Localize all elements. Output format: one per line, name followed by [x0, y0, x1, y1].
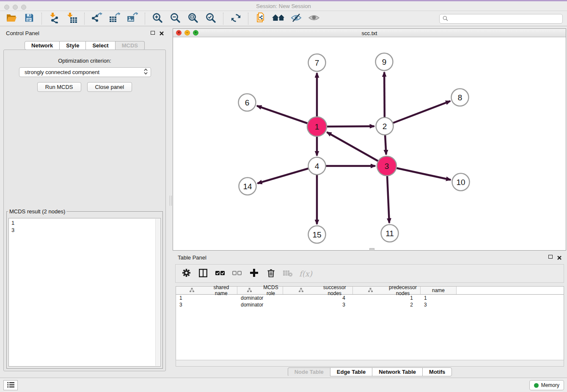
search-icon: [443, 15, 448, 23]
float-panel-icon[interactable]: [151, 31, 155, 35]
apply-layout-button[interactable]: [228, 12, 243, 25]
table-tab-node-table[interactable]: Node Table: [288, 367, 330, 376]
table-tab-motifs[interactable]: Motifs: [422, 367, 452, 376]
column-header-MCDS-role[interactable]: MCDS role: [237, 287, 283, 294]
panel-splitter[interactable]: [169, 26, 173, 378]
close-table-panel-icon[interactable]: [557, 254, 562, 259]
table-row[interactable]: 3dominator323: [176, 301, 564, 308]
save-session-button[interactable]: [22, 12, 36, 25]
window-title: Session: New Session: [0, 3, 567, 9]
window-controls[interactable]: [4, 5, 26, 10]
column-header-predecessor-nodes[interactable]: predecessor nodes: [353, 287, 421, 294]
column-header-name[interactable]: name: [421, 287, 457, 294]
search-input[interactable]: [450, 16, 562, 22]
plus-icon: [250, 269, 258, 278]
export-network-icon: [91, 12, 102, 25]
tab-select[interactable]: Select: [85, 41, 115, 50]
import-network-button[interactable]: [47, 12, 61, 25]
zoom-in-button[interactable]: [150, 12, 165, 25]
graph-node-4[interactable]: 4: [308, 157, 326, 175]
graph-node-14[interactable]: 14: [239, 178, 256, 195]
function-builder-icon[interactable]: f(x): [299, 269, 312, 278]
tab-style[interactable]: Style: [59, 41, 86, 50]
new-network-from-selection-button[interactable]: [253, 12, 268, 25]
close-window-button[interactable]: [4, 5, 9, 10]
svg-text:3: 3: [385, 162, 389, 171]
tree-icon: [178, 287, 206, 293]
float-table-panel-icon[interactable]: [548, 255, 553, 259]
graph-node-15[interactable]: 15: [308, 226, 326, 243]
graph-node-3[interactable]: 3: [377, 156, 396, 176]
graph-edge-3-1[interactable]: [327, 132, 387, 166]
graph-node-11[interactable]: 11: [381, 225, 399, 242]
table-row[interactable]: 1dominator411: [176, 295, 564, 301]
network-window-title: scc.txt: [173, 30, 566, 36]
create-column-button[interactable]: [248, 267, 259, 280]
task-history-button[interactable]: [3, 380, 18, 390]
table-settings-button[interactable]: [181, 267, 192, 280]
tab-mcds[interactable]: MCDS: [115, 41, 145, 50]
right-column: ✕ − + scc.txt 7968124314101511 Table Pan…: [173, 26, 567, 378]
minimize-window-button[interactable]: [13, 5, 18, 10]
delete-column-button[interactable]: [265, 267, 276, 280]
tab-network[interactable]: Network: [25, 41, 60, 50]
floppy-disk-icon: [24, 13, 34, 24]
graph-node-7[interactable]: 7: [308, 54, 326, 72]
graph-node-1[interactable]: 1: [307, 117, 327, 136]
zoom-selected-button[interactable]: [204, 12, 218, 25]
close-panel-button[interactable]: Close panel: [87, 82, 132, 92]
run-mcds-button[interactable]: Run MCDS: [37, 82, 81, 92]
column-header-successor-nodes[interactable]: successor nodes: [283, 287, 353, 294]
show-all-button[interactable]: [307, 12, 321, 25]
unselect-all-columns-button[interactable]: [231, 267, 242, 280]
zoom-window-button[interactable]: [21, 5, 26, 10]
svg-text:1: 1: [315, 122, 319, 131]
network-window: ✕ − + scc.txt 7968124314101511: [173, 28, 566, 251]
network-graph[interactable]: 7968124314101511: [173, 37, 566, 250]
svg-text:14: 14: [243, 182, 252, 191]
memory-status-dot: [534, 383, 539, 388]
graph-node-9[interactable]: 9: [376, 53, 393, 71]
graph-edge-2-8[interactable]: [385, 101, 450, 126]
table-toolbar: f(x): [175, 264, 564, 283]
graph-node-8[interactable]: 8: [451, 89, 469, 106]
delete-table-button[interactable]: [282, 267, 293, 280]
splitter-grip[interactable]: [170, 196, 172, 206]
home-button[interactable]: [271, 12, 286, 25]
table-cell: 1: [353, 295, 421, 301]
svg-text:7: 7: [315, 58, 319, 67]
column-header-shared-name[interactable]: shared name: [176, 287, 237, 294]
criterion-select[interactable]: strongly connected component: [19, 67, 151, 77]
zoom-out-button[interactable]: [168, 12, 182, 25]
close-panel-icon[interactable]: [159, 30, 164, 35]
network-resize-grip[interactable]: [369, 248, 374, 251]
table-cell: dominator: [237, 301, 283, 308]
status-bar: Memory: [0, 378, 567, 392]
graph-node-2[interactable]: 2: [376, 118, 394, 135]
export-image-button[interactable]: [125, 12, 140, 25]
export-network-button[interactable]: [90, 12, 104, 25]
result-scrollbar[interactable]: [155, 219, 160, 366]
graph-node-10[interactable]: 10: [452, 174, 470, 191]
graph-edge-4-14[interactable]: [258, 166, 317, 183]
zoom-fit-button[interactable]: [186, 12, 200, 25]
network-window-titlebar: ✕ − + scc.txt: [173, 29, 566, 37]
table-horizontal-scrollbar[interactable]: [176, 360, 564, 367]
criterion-selected-value: strongly connected component: [25, 69, 143, 75]
export-table-button[interactable]: [107, 12, 122, 25]
toolbar-separator: [145, 13, 145, 25]
open-folder-icon: [6, 13, 17, 24]
table-tab-network-table[interactable]: Network Table: [372, 367, 423, 376]
select-all-columns-button[interactable]: [215, 267, 226, 280]
table-tabs: Node TableEdge TableNetwork TableMotifs: [173, 367, 567, 376]
table-tab-edge-table[interactable]: Edge Table: [330, 367, 372, 376]
open-session-button[interactable]: [4, 12, 19, 25]
memory-button[interactable]: Memory: [529, 380, 564, 390]
graph-node-6[interactable]: 6: [239, 94, 256, 111]
show-columns-button[interactable]: [198, 267, 209, 280]
zoom-fit-icon: [187, 12, 198, 25]
table-cell: dominator: [237, 295, 283, 301]
hide-selected-button[interactable]: [289, 12, 303, 25]
search-box[interactable]: [439, 14, 563, 24]
import-table-button[interactable]: [65, 12, 79, 25]
